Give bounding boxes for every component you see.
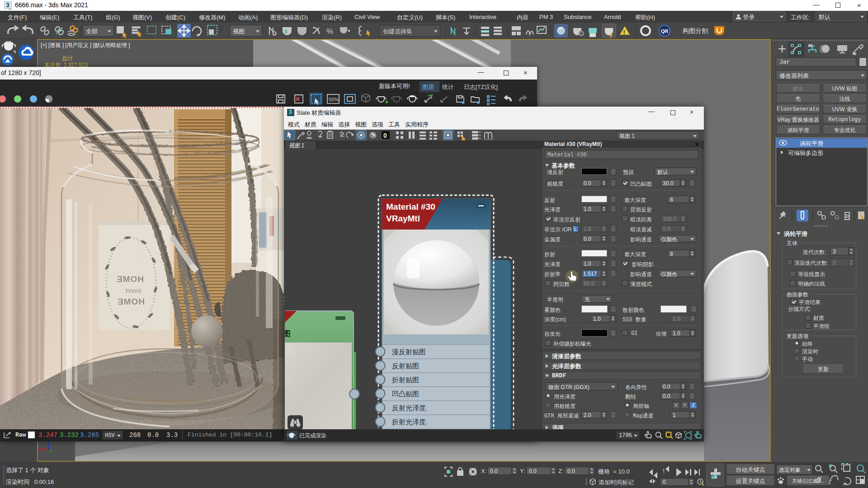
svg-text:3: 3 [284,29,287,34]
svg-text:y: y [50,447,52,453]
svg-text:QR: QR [661,28,669,34]
svg-text:反射光泽度.: 反射光泽度. [392,404,428,412]
svg-text:图: 图 [285,329,291,338]
svg-text:50%: 50% [329,97,339,102]
svg-text:构图分割: 构图分割 [682,27,708,34]
svg-text:反射贴图: 反射贴图 [392,362,419,370]
svg-text:!: ! [623,29,625,36]
svg-text:0: 0 [383,132,387,139]
svg-text:x: x [38,447,41,452]
svg-text:漫反射贴图: 漫反射贴图 [392,348,426,356]
svg-text:Material #30: Material #30 [386,202,435,211]
svg-text:VRayMtl: VRayMtl [386,214,420,223]
svg-text:%: % [326,27,333,36]
svg-text:折射光泽度.: 折射光泽度. [392,418,428,426]
svg-text:折射贴图: 折射贴图 [392,376,419,384]
svg-text:凹凸贴图: 凹凸贴图 [392,390,419,398]
